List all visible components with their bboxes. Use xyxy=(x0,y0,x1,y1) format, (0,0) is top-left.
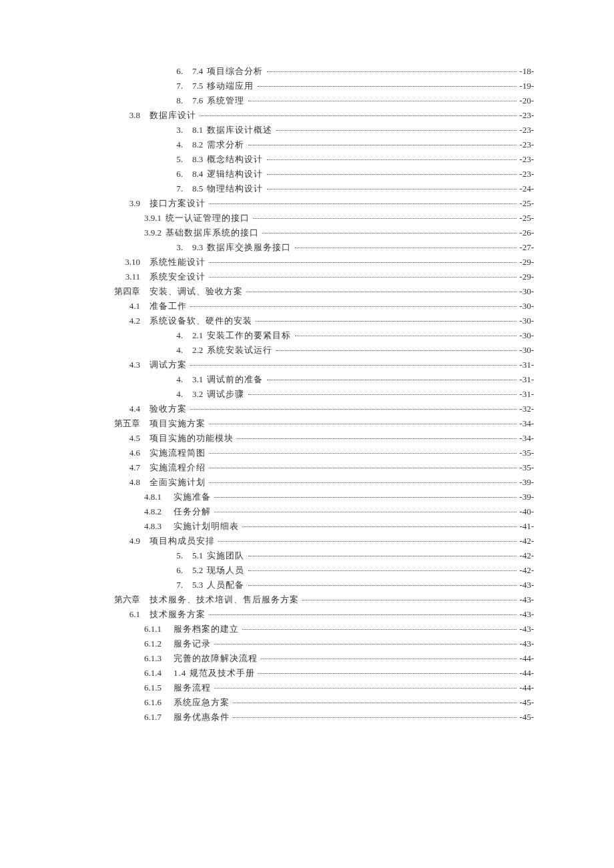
page-number: -43- xyxy=(518,610,534,618)
toc-row: 3.10系统性能设计 -29- xyxy=(80,258,534,266)
toc-title: 安装、调试、验收方案 xyxy=(149,287,243,296)
toc-row: 4.8.2需求分析 -23- xyxy=(80,140,534,149)
page-number: -35- xyxy=(518,448,534,457)
section-number: 4. xyxy=(144,140,183,149)
dot-leader xyxy=(258,86,517,87)
subsection-prefix: 2.1 xyxy=(192,331,207,340)
toc-row: 4.9项目构成员安排 -42- xyxy=(80,536,534,545)
title-trailing-space xyxy=(244,96,246,105)
subsection-prefix: 6.1.2 xyxy=(144,639,174,648)
page-number: -23- xyxy=(518,125,534,134)
page-number: -19- xyxy=(518,81,534,90)
dot-leader xyxy=(209,468,517,468)
page-number: -23- xyxy=(518,155,534,163)
toc-title: 任务分解 xyxy=(174,507,211,516)
section-number: 4.8 xyxy=(101,478,140,486)
section-number: 4. xyxy=(144,331,183,340)
toc-title: 项目综合分析 xyxy=(207,67,263,75)
page-number: -43- xyxy=(518,624,534,633)
page-number: -34- xyxy=(518,419,534,428)
title-trailing-space xyxy=(211,683,213,692)
section-number: 4.7 xyxy=(101,463,140,472)
subsection-prefix: 6.1.1 xyxy=(144,624,174,633)
toc-row: 4.8全面实施计划 -39- xyxy=(80,478,534,486)
title-trailing-space xyxy=(206,463,208,472)
title-trailing-space xyxy=(243,287,245,296)
toc-title: 概念结构设计 xyxy=(207,155,263,163)
title-trailing-space xyxy=(230,713,232,721)
section-number: 7. xyxy=(144,184,183,193)
toc-row: 3.9.3数据库交换服务接口 -27- xyxy=(80,243,534,252)
dot-leader xyxy=(253,218,517,219)
toc-title: 服务优惠条件 xyxy=(174,713,230,721)
toc-row: 6.1.6系统应急方案 -45- xyxy=(80,698,534,707)
title-trailing-space xyxy=(206,478,208,486)
dot-leader xyxy=(214,512,517,512)
dot-leader xyxy=(267,380,517,380)
dot-leader xyxy=(209,424,517,424)
dot-leader xyxy=(248,585,517,586)
page-number: -20- xyxy=(518,96,534,105)
page-number: -34- xyxy=(518,434,534,442)
title-trailing-space xyxy=(187,302,189,310)
toc-row: 第六章技术服务、技术培训、售后服务方案 -43- xyxy=(80,595,534,604)
section-number: 4.3 xyxy=(101,360,140,369)
toc-row: 6.1.1服务档案的建立 -43- xyxy=(80,624,534,633)
dot-leader xyxy=(246,292,517,292)
toc-title: 物理结构设计 xyxy=(207,184,263,193)
page-number: -31- xyxy=(518,390,534,398)
title-trailing-space xyxy=(215,536,217,545)
section-number: 6.1 xyxy=(101,610,140,618)
page-number: -42- xyxy=(518,536,534,545)
title-trailing-space xyxy=(211,507,213,516)
toc-row: 7.8.5物理结构设计 -24- xyxy=(80,184,534,193)
section-number: 8. xyxy=(144,96,183,105)
subsection-prefix: 9.3 xyxy=(192,243,207,252)
subsection-prefix: 8.5 xyxy=(192,184,207,193)
toc-row: 6.8.4逻辑结构设计 -23- xyxy=(80,169,534,178)
dot-leader xyxy=(209,277,517,278)
page-number: -39- xyxy=(518,478,534,486)
dot-leader xyxy=(262,233,517,234)
dot-leader xyxy=(237,438,517,439)
dot-leader xyxy=(190,306,517,307)
title-trailing-space xyxy=(206,272,208,281)
title-trailing-space xyxy=(230,698,232,707)
title-trailing-space xyxy=(263,155,265,163)
title-trailing-space xyxy=(299,595,301,604)
subsection-prefix: 5.2 xyxy=(192,566,207,574)
toc-title: 人员配备 xyxy=(207,580,244,589)
toc-row: 4.3调试方案 -31- xyxy=(80,360,534,369)
dot-leader xyxy=(267,71,517,72)
subsection-prefix: 3.9.2 xyxy=(144,228,166,237)
subsection-prefix: 5.1 xyxy=(192,551,207,560)
toc-title: 系统设备软、硬件的安装 xyxy=(149,316,252,325)
title-trailing-space xyxy=(272,125,274,134)
section-number: 4.6 xyxy=(101,448,140,457)
page-number: -26- xyxy=(518,228,534,237)
toc-row: 3.11系统安全设计 -29- xyxy=(80,272,534,281)
toc-row: 6.7.4项目综合分析 -18- xyxy=(80,67,534,75)
section-number: 6. xyxy=(144,67,183,75)
toc-title: 系统安全设计 xyxy=(149,272,206,281)
page-number: -45- xyxy=(518,713,534,721)
page-number: -25- xyxy=(518,199,534,207)
page-number: -41- xyxy=(518,522,534,530)
dot-leader xyxy=(258,673,517,674)
section-number: 4.1 xyxy=(101,302,140,310)
dot-leader xyxy=(267,174,517,175)
toc-row: 6.1.2服务记录 -43- xyxy=(80,639,534,648)
toc-row: 8.7.6系统管理 -20- xyxy=(80,96,534,105)
title-trailing-space xyxy=(187,404,189,413)
toc-row: 第五章项目实施方案 -34- xyxy=(80,419,534,428)
toc-row: 3.9接口方案设计 -25- xyxy=(80,199,534,207)
title-trailing-space xyxy=(254,81,256,90)
toc-title: 调试步骤 xyxy=(207,390,244,398)
section-number: 4.4 xyxy=(101,404,140,413)
dot-leader xyxy=(200,115,517,116)
page-number: -30- xyxy=(518,287,534,296)
toc-row: 第四章安装、调试、验收方案 -30- xyxy=(80,287,534,296)
toc-row: 6.5.2现场人员 -42- xyxy=(80,566,534,574)
toc-title: 数据库交换服务接口 xyxy=(207,243,291,252)
subsection-prefix: 8.2 xyxy=(192,140,207,149)
